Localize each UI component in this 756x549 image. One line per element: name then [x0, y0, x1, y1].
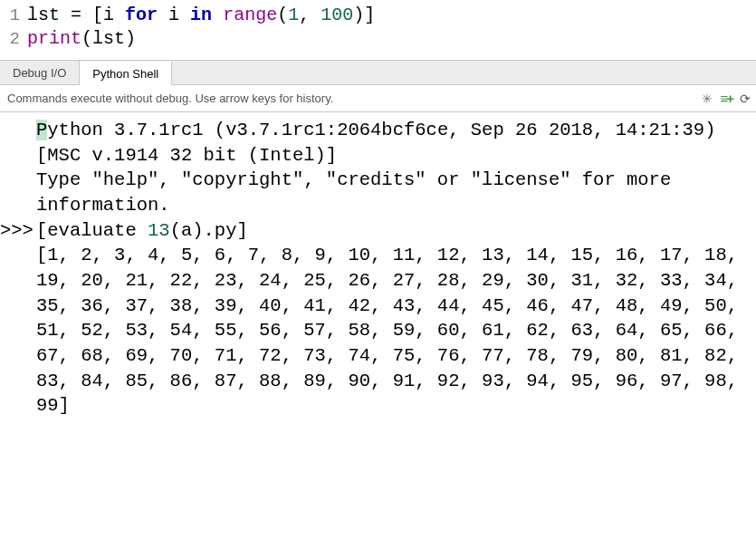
- code-editor[interactable]: 1 lst = [i for i in range(1, 100)] 2 pri…: [0, 0, 756, 60]
- bug-icon[interactable]: ✳: [702, 92, 713, 106]
- shell-output: [1, 2, 3, 4, 5, 6, 7, 8, 9, 10, 11, 12, …: [0, 243, 752, 419]
- panel-tabbar: Debug I/O Python Shell: [0, 60, 756, 85]
- python-shell[interactable]: Python 3.7.1rc1 (v3.7.1rc1:2064bcf6ce, S…: [0, 112, 756, 549]
- code-line-1[interactable]: 1 lst = [i for i in range(1, 100)]: [0, 4, 756, 27]
- new-prompt-icon[interactable]: ≡+: [720, 91, 732, 106]
- shell-help-line: Type "help", "copyright", "credits" or "…: [0, 168, 752, 217]
- line-number: 2: [0, 28, 27, 51]
- tab-python-shell[interactable]: Python Shell: [80, 62, 172, 85]
- shell-evaluate-line: >>> [evaluate 13(a).py]: [0, 218, 752, 244]
- shell-hint: Commands execute without debug. Use arro…: [7, 92, 333, 105]
- code-content: lst = [i for i in range(1, 100)]: [27, 4, 375, 27]
- cursor-highlight: P: [36, 120, 47, 140]
- shell-banner: Python 3.7.1rc1 (v3.7.1rc1:2064bcf6ce, S…: [0, 118, 752, 168]
- line-number: 1: [0, 5, 27, 27]
- tab-debug-io[interactable]: Debug I/O: [0, 61, 80, 84]
- shell-prompt: >>>: [0, 218, 36, 244]
- code-content: print(lst): [27, 27, 136, 51]
- refresh-icon[interactable]: ⟳: [740, 92, 751, 106]
- code-line-2[interactable]: 2 print(lst): [0, 27, 756, 51]
- shell-infobar: Commands execute without debug. Use arro…: [0, 85, 756, 112]
